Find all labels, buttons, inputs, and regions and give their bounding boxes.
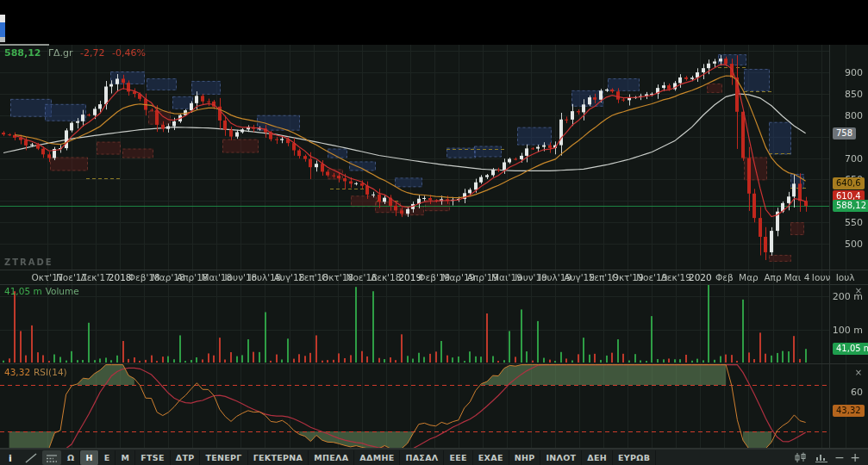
toolbar-button-ευρωβ[interactable]: ΕΥΡΩΒ [613, 450, 656, 465]
zoom-in-icon[interactable]: + [847, 450, 863, 465]
toolbar-button-ε[interactable]: Ε [99, 450, 116, 465]
price-axis-badge: 588,12 [833, 200, 868, 212]
toolbar-button-αδμηε[interactable]: ΑΔΜΗΕ [354, 450, 400, 465]
volume-pane-close-icon[interactable]: × [853, 286, 864, 296]
volume-histogram-icon[interactable] [812, 450, 831, 465]
rsi-pane-label: 43,32RSI(14) [4, 367, 67, 377]
panel-edge-line [0, 44, 49, 46]
price-axis-badge: 758 [833, 127, 856, 140]
toolbar-button-γεκτερνα[interactable]: ΓΕΚΤΕΡΝΑ [248, 450, 309, 465]
toolbar-button-ινλοτ[interactable]: ΙΝΛΟΤ [540, 450, 582, 465]
volume-axis-tick: 100 m [811, 325, 863, 336]
toolbar-button-δεη[interactable]: ΔΕΗ [582, 450, 613, 465]
time-axis-label: Μαρ [739, 272, 759, 282]
rsi-axis-tick: 60 [811, 387, 863, 398]
last-price: 588,12 [4, 47, 41, 59]
volume-pane-label: 41,05 mVolume [4, 286, 79, 296]
top-strip [0, 0, 868, 45]
toolbar-button-ω[interactable]: Ω [62, 450, 80, 465]
toolbar-button-εεε[interactable]: ΕΕΕ [444, 450, 472, 465]
price-change: -2,72 [80, 47, 104, 59]
price-levels-icon[interactable] [42, 450, 61, 465]
toolbar-button-η[interactable]: Η [80, 450, 98, 465]
toolbar-button-δτρ[interactable]: ΔΤΡ [171, 450, 201, 465]
time-axis-label: Δεκ'19 [661, 272, 691, 282]
svg-text:i: i [9, 453, 12, 463]
time-axis-label: Φεβ [715, 272, 734, 282]
clipped-panel-icon-gray [0, 37, 5, 42]
toolbar-right: −+ [790, 450, 868, 465]
bottom-toolbar: iΩΗΕΜFTSEΔΤΡΤΕΝΕΡΓΓΕΚΤΕΡΝΑΜΠΕΛΑΑΔΜΗΕΠΑΣΑ… [0, 449, 868, 465]
time-axis-label: Ιουν [812, 272, 830, 282]
symbol-legend: 588,12 ΓΔ.gr -2,72 -0,46% [4, 47, 146, 59]
time-axis-label: 2020 [689, 272, 712, 282]
price-axis-tick: 900 [811, 67, 863, 78]
rsi-pane-close-icon[interactable]: × [853, 368, 864, 378]
volume-value: 41,05 m [4, 286, 42, 296]
volume-axis-badge: 41,05 m [833, 343, 868, 355]
clipped-panel-icon [0, 15, 5, 22]
watermark: ZTRADE [4, 257, 53, 267]
time-axis-label: Δεκ'17 [80, 272, 110, 282]
candlestick-chart-icon[interactable] [791, 450, 810, 465]
time-axis-label: Απρ [764, 272, 781, 282]
time-axis-label: Μαι 4 [784, 272, 810, 282]
price-axis-tick: 800 [811, 110, 863, 121]
trendline-draw-icon[interactable] [22, 450, 41, 465]
toolbar-button-εχαε[interactable]: ΕΧΑΕ [473, 450, 509, 465]
clipped-panel-icon-blue [0, 22, 5, 37]
toolbar-button-ftse[interactable]: FTSE [135, 450, 171, 465]
toolbar-left: iΩΗΕΜFTSEΔΤΡΤΕΝΕΡΓΓΕΚΤΕΡΝΑΜΠΕΛΑΑΔΜΗΕΠΑΣΑ… [0, 450, 656, 465]
price-axis-tick: 700 [811, 153, 863, 164]
toolbar-button-τενεργ[interactable]: ΤΕΝΕΡΓ [200, 450, 247, 465]
rsi-name[interactable]: RSI(14) [34, 367, 67, 377]
rsi-value: 43,32 [4, 367, 30, 377]
toolbar-button-μ[interactable]: Μ [116, 450, 135, 465]
chart-canvas[interactable] [0, 0, 868, 449]
price-change-pct: -0,46% [112, 47, 146, 59]
symbol-name[interactable]: ΓΔ.gr [48, 47, 73, 59]
trading-app: 588,12 ΓΔ.gr -2,72 -0,46% ZTRADE 41,05 m… [0, 0, 868, 465]
price-axis-tick: 850 [811, 89, 863, 100]
toolbar-button-νηρ[interactable]: ΝΗΡ [509, 450, 541, 465]
rsi-axis-badge: 43,32 [833, 405, 865, 417]
price-axis-tick: 550 [811, 217, 863, 228]
time-axis-label: Δεκ'18 [371, 272, 401, 282]
info-icon[interactable]: i [1, 450, 20, 465]
zoom-out-icon[interactable]: − [832, 450, 847, 465]
volume-name[interactable]: Volume [46, 286, 79, 296]
toolbar-button-μπελα[interactable]: ΜΠΕΛΑ [309, 450, 354, 465]
toolbar-button-πασαλ[interactable]: ΠΑΣΑΛ [400, 450, 444, 465]
price-axis-badge: 640,6 [833, 177, 865, 189]
price-axis-tick: 500 [811, 239, 863, 250]
time-axis-label: Ιουλ [836, 272, 855, 282]
